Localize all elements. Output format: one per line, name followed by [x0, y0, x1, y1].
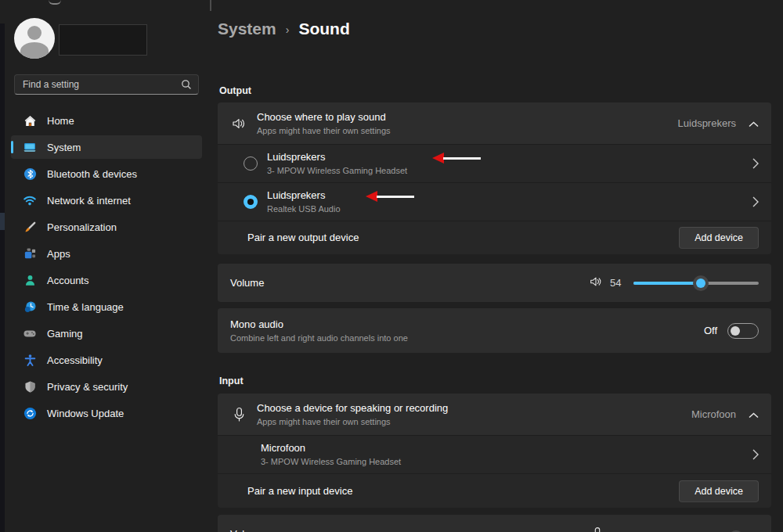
- microphone-icon: [230, 407, 247, 422]
- device-detail: 3- MPOW Wireless Gaming Headset: [267, 165, 407, 176]
- sidebar-item-system[interactable]: System: [11, 135, 202, 159]
- input-expander-header[interactable]: Choose a device for speaking or recordin…: [218, 394, 771, 435]
- add-input-device-button[interactable]: Add device: [679, 480, 759, 502]
- sidebar-item-windows-update[interactable]: Windows Update: [11, 401, 202, 425]
- settings-sidebar: Home System Bluetooth & devices Network …: [5, 0, 213, 532]
- volume-slider[interactable]: [633, 275, 759, 291]
- device-name: Luidsprekers: [267, 151, 407, 164]
- sidebar-item-label: Privacy & security: [47, 381, 128, 393]
- sidebar-item-personalization[interactable]: Personalization: [11, 215, 202, 239]
- sidebar-item-time-language[interactable]: Time & language: [11, 295, 202, 318]
- input-device-expander: Choose a device for speaking or recordin…: [218, 394, 771, 508]
- page-title: Sound: [298, 20, 349, 38]
- chevron-up-icon[interactable]: [749, 408, 759, 422]
- accessibility-icon: [23, 353, 37, 367]
- output-section-label: Output: [219, 85, 251, 96]
- output-expander-title: Choose where to play sound: [257, 111, 391, 124]
- annotation-arrow: [432, 153, 481, 164]
- pair-output-device-row: Pair a new output device Add device: [218, 221, 771, 254]
- update-icon: [23, 406, 37, 420]
- paintbrush-icon: [23, 220, 37, 234]
- user-avatar[interactable]: [14, 18, 55, 59]
- breadcrumb: System › Sound: [218, 20, 350, 38]
- shield-icon: [23, 379, 37, 394]
- chevron-right-icon[interactable]: [752, 158, 759, 169]
- device-detail: Realtek USB Audio: [267, 203, 341, 214]
- input-expander-title: Choose a device for speaking or recordin…: [257, 402, 448, 415]
- chevron-right-icon[interactable]: [752, 449, 759, 460]
- mono-audio-card: Mono audio Combine left and right audio …: [218, 308, 771, 353]
- input-volume-card: Volume 82: [218, 515, 771, 532]
- speaker-icon[interactable]: [589, 275, 603, 292]
- output-device-expander: Choose where to play sound Apps might ha…: [218, 102, 771, 254]
- sidebar-item-gaming[interactable]: Gaming: [11, 322, 202, 345]
- pair-input-device-row: Pair a new input device Add device: [218, 473, 771, 508]
- gamepad-icon: [23, 326, 37, 340]
- output-volume-card: Volume 54: [218, 264, 771, 302]
- pair-input-label: Pair a new input device: [247, 485, 352, 498]
- accounts-icon: [23, 273, 37, 287]
- input-volume-label: Volume: [230, 528, 264, 532]
- radio-unselected[interactable]: [244, 156, 258, 171]
- search-icon: [181, 79, 192, 90]
- volume-label: Volume: [230, 277, 264, 289]
- sidebar-item-label: Apps: [47, 248, 70, 260]
- sidebar-item-label: Time & language: [47, 301, 124, 313]
- user-name-redacted-box: [59, 24, 147, 56]
- sidebar-item-label: Bluetooth & devices: [47, 168, 137, 180]
- output-expander-header[interactable]: Choose where to play sound Apps might ha…: [218, 102, 771, 144]
- search-box[interactable]: [14, 74, 199, 95]
- output-volume-fill: [633, 282, 701, 285]
- input-selected-device-value: Microfoon: [691, 408, 736, 420]
- sidebar-item-apps[interactable]: Apps: [11, 242, 202, 265]
- wifi-icon: [23, 193, 37, 207]
- sidebar-item-label: Personalization: [47, 221, 117, 233]
- sidebar-item-bluetooth-devices[interactable]: Bluetooth & devices: [11, 162, 202, 185]
- sidebar-item-network-internet[interactable]: Network & internet: [11, 189, 202, 212]
- system-icon: [23, 140, 37, 154]
- mono-toggle-state: Off: [704, 325, 717, 336]
- sidebar-item-accessibility[interactable]: Accessibility: [11, 348, 202, 372]
- output-device-row-mpow[interactable]: Luidsprekers 3- MPOW Wireless Gaming Hea…: [218, 144, 771, 182]
- volume-slider-thumb[interactable]: [693, 275, 709, 291]
- sidebar-item-label: Accessibility: [47, 354, 103, 366]
- input-volume-value: 82: [610, 530, 624, 532]
- bluetooth-icon: [23, 167, 37, 181]
- chevron-right-icon[interactable]: [752, 196, 759, 207]
- sidebar-item-label: Network & internet: [47, 195, 131, 207]
- mono-audio-title: Mono audio: [230, 318, 408, 331]
- sidebar-item-label: Gaming: [47, 328, 83, 340]
- mono-audio-subtitle: Combine left and right audio channels in…: [230, 332, 408, 343]
- device-detail: 3- MPOW Wireless Gaming Headset: [261, 456, 401, 467]
- input-device-row-microfoon[interactable]: Microfoon 3- MPOW Wireless Gaming Headse…: [218, 435, 771, 473]
- device-name: Microfoon: [261, 442, 401, 455]
- sidebar-item-label: Home: [47, 115, 74, 127]
- settings-main-panel: System › Sound Output Choose where to pl…: [218, 0, 771, 532]
- mono-audio-toggle[interactable]: [727, 323, 759, 339]
- breadcrumb-system[interactable]: System: [218, 20, 276, 38]
- chevron-up-icon[interactable]: [749, 117, 759, 131]
- microphone-icon[interactable]: [592, 527, 603, 532]
- input-section-label: Input: [219, 376, 244, 386]
- volume-value: 54: [610, 277, 624, 289]
- sidebar-item-label: System: [47, 142, 81, 153]
- home-icon: [23, 113, 37, 128]
- search-input[interactable]: [23, 79, 181, 90]
- sidebar-item-home[interactable]: Home: [11, 109, 202, 132]
- apps-icon: [23, 246, 37, 261]
- output-device-row-realtek[interactable]: Luidsprekers Realtek USB Audio: [218, 182, 771, 221]
- avatar-person-icon: [27, 26, 41, 40]
- annotation-arrow: [366, 191, 414, 202]
- pair-output-label: Pair a new output device: [247, 232, 359, 244]
- output-selected-device-value: Luidsprekers: [678, 117, 736, 129]
- clock-icon: [23, 300, 37, 314]
- sidebar-item-privacy-security[interactable]: Privacy & security: [11, 375, 202, 398]
- device-name: Luidsprekers: [267, 189, 341, 202]
- sidebar-item-accounts[interactable]: Accounts: [11, 268, 202, 292]
- radio-selected[interactable]: [244, 195, 258, 209]
- sidebar-item-label: Windows Update: [47, 408, 124, 419]
- breadcrumb-separator: ›: [286, 23, 290, 36]
- output-expander-subtitle: Apps might have their own settings: [257, 125, 391, 136]
- sidebar-nav: Home System Bluetooth & devices Network …: [5, 109, 208, 428]
- add-output-device-button[interactable]: Add device: [679, 227, 759, 249]
